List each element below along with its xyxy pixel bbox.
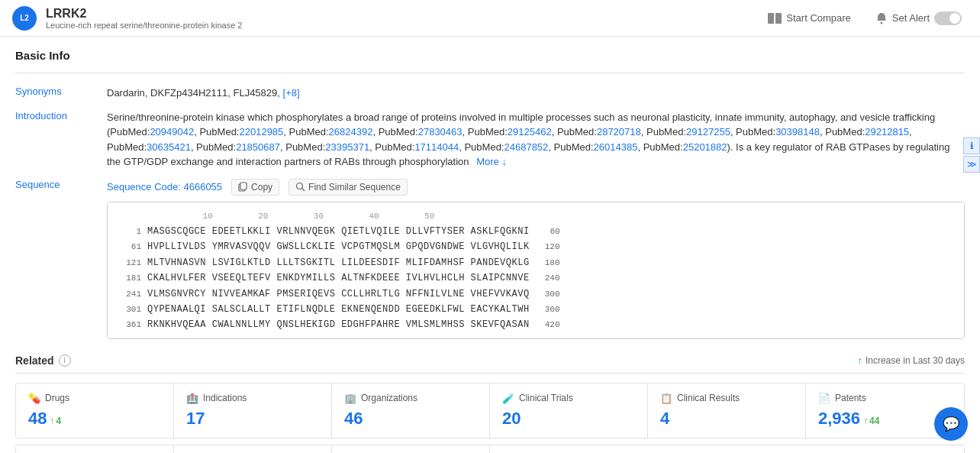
compare-icon: [768, 13, 782, 24]
svg-rect-1: [775, 13, 782, 24]
empty-cell-2: [648, 445, 806, 454]
header-actions: Start Compare Set Alert: [762, 8, 968, 28]
synonyms-row: Synonyms Dardarin, DKFZp434H2111, FLJ458…: [15, 86, 965, 101]
pubmed-link-14[interactable]: 24687852: [504, 141, 548, 153]
float-icon: 💬: [943, 416, 959, 432]
stat-cell-deals[interactable]: 🤝 Deals 4: [332, 445, 490, 454]
sequence-value: Sequence Code: 4666055 Copy Find Similar…: [107, 179, 965, 339]
stat-cell-drugs[interactable]: 💊 Drugs 48 ↑ 4: [16, 383, 174, 438]
side-info-icon[interactable]: ℹ: [963, 138, 980, 154]
introduction-value: Serine/threonine-protein kinase which ph…: [107, 110, 965, 170]
pubmed-link-6[interactable]: 28720718: [597, 126, 641, 138]
start-compare-button[interactable]: Start Compare: [762, 9, 857, 27]
app-logo: L2: [12, 6, 37, 31]
set-alert-button[interactable]: Set Alert: [869, 8, 968, 28]
alert-icon: [875, 12, 888, 24]
stats-grid-row1: 💊 Drugs 48 ↑ 4 🏥 Indications 17: [15, 383, 965, 438]
increase-label: ↑ Increase in Last 30 days: [857, 354, 965, 367]
pubmed-link-4[interactable]: 27830463: [418, 126, 463, 138]
patents-icon: 📄: [818, 393, 830, 404]
pubmed-link-13[interactable]: 17114044: [414, 141, 459, 153]
pubmed-link-10[interactable]: 30635421: [147, 141, 191, 153]
table-row: 1 MASGSCQGCE EDEETLKKLI VRLNNVQEGK QIETL…: [117, 224, 955, 239]
stat-cell-news[interactable]: 📰 News 95 ↑ 8: [174, 445, 332, 454]
svg-point-5: [297, 183, 303, 189]
more-link[interactable]: More ↓: [476, 156, 507, 167]
side-icons: ℹ ≫: [963, 138, 980, 173]
organizations-value: 46: [344, 409, 477, 429]
table-row: 301 QYPENAALQI SALSCLALLT ETIFLNQDLE EKN…: [117, 302, 955, 317]
basic-info-divider: [15, 73, 965, 73]
sequence-box[interactable]: 10 20 30 40 50 1 MASGSCQGCE EDEETLKKLI V…: [107, 202, 965, 339]
table-row: 61 HVPLLIVLDS YMRVASVQQV GWSLLCKLIE VCPG…: [117, 239, 955, 254]
copy-button[interactable]: Copy: [231, 179, 279, 196]
introduction-row: Introduction Serine/threonine-protein ki…: [15, 110, 965, 170]
synonyms-more-link[interactable]: [+8]: [283, 87, 300, 99]
svg-line-6: [302, 189, 305, 192]
sequence-header: Sequence Code: 4666055 Copy Find Similar…: [107, 179, 965, 196]
table-row: 121 MLTVHNASVN LSVIGLKTLD LLLTSGKITL LIL…: [117, 255, 955, 270]
related-header: Related i ↑ Increase in Last 30 days: [15, 354, 965, 374]
alert-toggle[interactable]: [934, 11, 962, 25]
organizations-icon: 🏢: [344, 393, 356, 404]
pubmed-link-5[interactable]: 29125462: [508, 126, 552, 138]
clinical-trials-label: Clinical Trials: [519, 393, 573, 403]
drugs-increase: ↑ 4: [50, 416, 61, 426]
drugs-icon: 💊: [28, 393, 40, 404]
indications-icon: 🏥: [186, 393, 198, 404]
patents-value: 2,936 ↑ 44: [818, 409, 952, 429]
stats-grid-row2: 📚 Literatures 3,081 📰 News 95 ↑ 8: [15, 445, 965, 454]
table-row: 361 RKNKHVQEAA CWALNNLLMY QNSLHEKIGD EDG…: [117, 317, 955, 332]
stat-cell-literatures[interactable]: 📚 Literatures 3,081: [16, 445, 174, 454]
sequence-code-link[interactable]: Sequence Code: 4666055: [107, 180, 222, 195]
pubmed-link-11[interactable]: 21850687: [236, 141, 280, 153]
svg-rect-0: [768, 13, 774, 24]
header: L2 LRRK2 Leucine-rich repeat serine/thre…: [0, 0, 980, 37]
pubmed-link-3[interactable]: 26824392: [329, 126, 373, 138]
clinical-trials-value: 20: [502, 409, 635, 429]
sequence-ruler: 10 20 30 40 50: [117, 210, 955, 223]
pubmed-link-16[interactable]: 25201882: [683, 141, 727, 153]
patents-increase-arrow: ↑: [863, 416, 868, 426]
logo-text: L2: [20, 14, 29, 22]
pubmed-link-15[interactable]: 26014385: [594, 141, 638, 153]
drugs-label: Drugs: [45, 393, 69, 403]
page-title: LRRK2: [46, 7, 762, 21]
related-title: Related: [15, 354, 54, 367]
sequence-label: Sequence: [15, 179, 107, 339]
table-row: 181 CKALHVLFER VSEEQLTEFV ENKDYMILLS ALT…: [117, 270, 955, 286]
pubmed-link-12[interactable]: 23395371: [325, 141, 369, 153]
related-info-icon[interactable]: i: [59, 354, 71, 367]
indications-label: Indications: [203, 393, 247, 403]
table-row: 241 VLMSGNVRCY NIVVEAMKAF PMSERIQEVS CCL…: [117, 286, 955, 302]
header-title-block: LRRK2 Leucine-rich repeat serine/threoni…: [46, 7, 762, 30]
indications-value: 17: [186, 409, 319, 429]
synonyms-label: Synonyms: [15, 86, 107, 101]
find-similar-icon: [295, 182, 305, 192]
drugs-increase-arrow: ↑: [50, 416, 54, 426]
pubmed-link-8[interactable]: 30398148: [775, 126, 820, 138]
pubmed-link-1[interactable]: 20949042: [150, 126, 194, 138]
intro-text: Serine/threonine-protein kinase which ph…: [107, 112, 949, 168]
patents-label: Patents: [835, 393, 866, 403]
float-action-button[interactable]: 💬: [934, 407, 968, 441]
clinical-results-value: 4: [660, 409, 793, 429]
clinical-results-icon: 📋: [660, 393, 672, 404]
basic-info-section-title: Basic Info: [15, 49, 965, 62]
empty-cell-3: [806, 445, 964, 454]
clinical-trials-icon: 🧪: [502, 393, 514, 404]
empty-cell-1: [490, 445, 648, 454]
pubmed-link-2[interactable]: 22012985: [239, 126, 283, 138]
related-section: Related i ↑ Increase in Last 30 days 💊 D…: [15, 354, 965, 454]
stat-cell-indications[interactable]: 🏥 Indications 17: [174, 383, 332, 438]
synonyms-value: Dardarin, DKFZp434H2111, FLJ45829, [+8]: [107, 86, 965, 101]
side-expand-icon[interactable]: ≫: [963, 156, 980, 173]
related-title-row: Related i: [15, 354, 71, 367]
pubmed-link-9[interactable]: 29212815: [865, 126, 909, 138]
organizations-label: Organizations: [361, 393, 417, 403]
find-similar-button[interactable]: Find Similar Sequence: [289, 179, 408, 196]
stat-cell-clinical-results[interactable]: 📋 Clinical Results 4: [648, 383, 806, 438]
stat-cell-clinical-trials[interactable]: 🧪 Clinical Trials 20: [490, 383, 648, 438]
pubmed-link-7[interactable]: 29127255: [686, 126, 730, 138]
stat-cell-organizations[interactable]: 🏢 Organizations 46: [332, 383, 490, 438]
